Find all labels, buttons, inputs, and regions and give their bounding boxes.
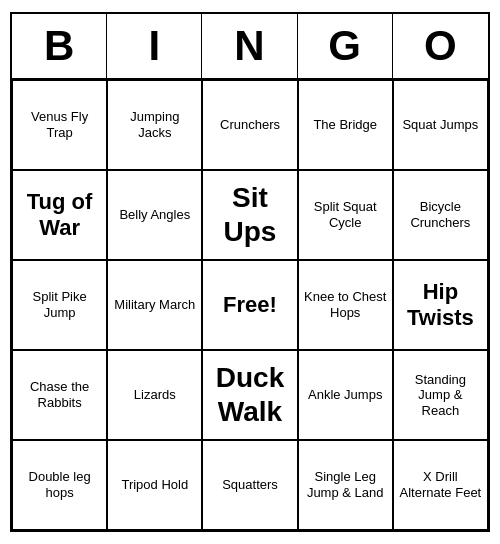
bingo-cell-9: Bicycle Crunchers (393, 170, 488, 260)
header-letter-n: N (202, 14, 297, 78)
bingo-cell-17: Duck Walk (202, 350, 297, 440)
header-letter-b: B (12, 14, 107, 78)
bingo-cell-7: Sit Ups (202, 170, 297, 260)
bingo-cell-8: Split Squat Cycle (298, 170, 393, 260)
bingo-cell-14: Hip Twists (393, 260, 488, 350)
bingo-header: BINGO (12, 14, 488, 80)
bingo-cell-15: Chase the Rabbits (12, 350, 107, 440)
bingo-cell-6: Belly Angles (107, 170, 202, 260)
header-letter-g: G (298, 14, 393, 78)
bingo-cell-11: Military March (107, 260, 202, 350)
bingo-cell-12: Free! (202, 260, 297, 350)
bingo-cell-4: Squat Jumps (393, 80, 488, 170)
bingo-cell-24: X Drill Alternate Feet (393, 440, 488, 530)
bingo-cell-2: Crunchers (202, 80, 297, 170)
bingo-cell-0: Venus Fly Trap (12, 80, 107, 170)
bingo-cell-22: Squatters (202, 440, 297, 530)
bingo-grid: Venus Fly TrapJumping JacksCrunchersThe … (12, 80, 488, 530)
bingo-cell-3: The Bridge (298, 80, 393, 170)
bingo-cell-21: Tripod Hold (107, 440, 202, 530)
bingo-cell-18: Ankle Jumps (298, 350, 393, 440)
bingo-cell-16: Lizards (107, 350, 202, 440)
bingo-cell-5: Tug of War (12, 170, 107, 260)
bingo-cell-19: Standing Jump & Reach (393, 350, 488, 440)
bingo-cell-1: Jumping Jacks (107, 80, 202, 170)
bingo-cell-20: Double leg hops (12, 440, 107, 530)
bingo-cell-10: Split Pike Jump (12, 260, 107, 350)
bingo-cell-23: Single Leg Jump & Land (298, 440, 393, 530)
bingo-cell-13: Knee to Chest Hops (298, 260, 393, 350)
header-letter-i: I (107, 14, 202, 78)
header-letter-o: O (393, 14, 488, 78)
bingo-card: BINGO Venus Fly TrapJumping JacksCrunche… (10, 12, 490, 532)
